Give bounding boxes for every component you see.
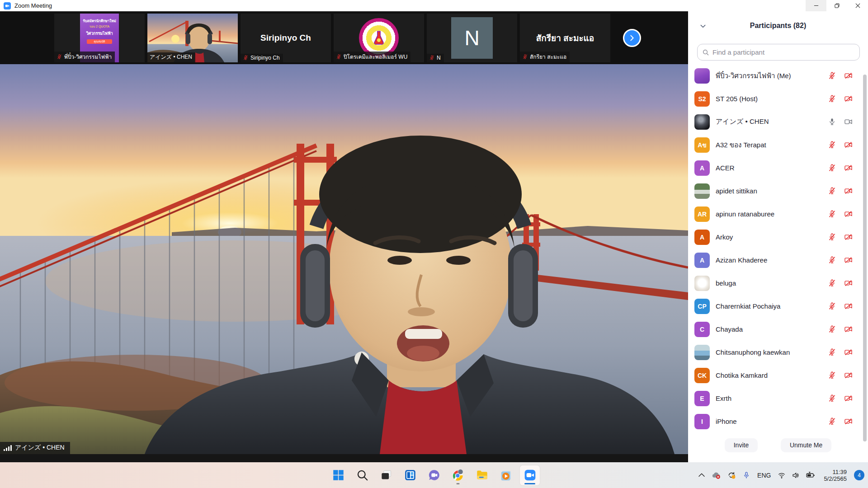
widgets-taskbar-button[interactable] bbox=[400, 465, 420, 485]
video-off-icon bbox=[844, 141, 853, 149]
video-off-icon bbox=[844, 417, 853, 426]
initial-tile: N bbox=[451, 17, 493, 59]
video-thumbnail[interactable]: รับสมัครนักศึกษาใหม่รอบ 2 QUOTAวิศวกรรมไ… bbox=[54, 14, 145, 62]
mediaplayer-taskbar-button[interactable] bbox=[496, 465, 516, 485]
thumbnail-name-label: アインズ • CHEN bbox=[147, 52, 195, 62]
participant-name: ST 205 (Host) bbox=[716, 95, 822, 103]
unmute-me-button[interactable]: Unmute Me bbox=[781, 438, 831, 452]
participant-name: Exrth bbox=[716, 394, 822, 402]
avatar: A bbox=[694, 253, 710, 268]
video-thumbnail[interactable]: NN bbox=[427, 14, 517, 62]
start-taskbar-button[interactable] bbox=[328, 465, 348, 485]
search-input[interactable] bbox=[712, 48, 855, 56]
thumbnail-name-label: พี่ปิ๋ว-วิศวกรรมไฟฟ้า bbox=[54, 52, 115, 62]
video-area: รับสมัครนักศึกษาใหม่รอบ 2 QUOTAวิศวกรรมไ… bbox=[0, 11, 688, 462]
participant-row[interactable]: AขA32 ของ Terapat bbox=[688, 133, 868, 156]
video-off-icon bbox=[844, 325, 853, 333]
video-thumbnail[interactable]: สักรียา สะมะแอสักรียา สะมะแอ bbox=[520, 14, 610, 62]
video-on-icon bbox=[844, 117, 853, 126]
avatar: I bbox=[694, 414, 710, 429]
participant-name: iPhone bbox=[716, 418, 822, 425]
muted-mic-icon bbox=[429, 55, 435, 61]
participant-row[interactable]: CKChotika Kamkard bbox=[688, 364, 868, 387]
muted-mic-icon bbox=[243, 55, 249, 61]
video-off-icon bbox=[844, 279, 853, 287]
close-button[interactable] bbox=[847, 0, 868, 11]
video-off-icon bbox=[844, 164, 853, 172]
avatar: C bbox=[694, 322, 710, 337]
participant-row[interactable]: CPCharernkiat Pochaiya bbox=[688, 295, 868, 318]
participant-row[interactable]: Chitsanuphong kaewkan bbox=[688, 341, 868, 364]
search-icon bbox=[702, 49, 709, 56]
tray-chevron-up-icon[interactable] bbox=[698, 471, 706, 479]
avatar bbox=[694, 114, 710, 130]
participant-row[interactable]: CChayada bbox=[688, 318, 868, 341]
avatar: Aข bbox=[694, 137, 710, 153]
participant-row[interactable]: beluga bbox=[688, 272, 868, 295]
tray-date: 5/2/2565 bbox=[824, 475, 847, 482]
explorer-taskbar-button[interactable] bbox=[472, 465, 492, 485]
search-wrap bbox=[688, 40, 868, 63]
participant-row[interactable]: พี่ปิ๋ว-วิศวกรรมไฟฟ้า (Me) bbox=[688, 64, 868, 87]
teams-chat-icon bbox=[428, 469, 440, 481]
participant-row[interactable]: IiPhone bbox=[688, 410, 868, 433]
wifi-icon[interactable] bbox=[778, 471, 786, 479]
video-thumbnail[interactable]: アインズ • CHEN bbox=[147, 14, 238, 62]
avatar: CK bbox=[694, 368, 710, 383]
collapse-panel-chevron-icon[interactable] bbox=[700, 23, 706, 29]
media-player-icon bbox=[500, 469, 512, 481]
muted-mic-icon bbox=[522, 54, 528, 60]
avatar: A bbox=[694, 160, 710, 176]
participant-name: Chotika Kamkard bbox=[716, 371, 822, 379]
participant-row[interactable]: アインズ • CHEN bbox=[688, 110, 868, 133]
chevron-right-icon bbox=[628, 34, 636, 42]
video-thumbnail[interactable]: ปิโตรเคมีและพอลิเมอร์ WU bbox=[334, 14, 424, 62]
restore-button[interactable] bbox=[826, 0, 847, 11]
thumbnail-name-label: สักรียา สะมะแอ bbox=[520, 52, 570, 62]
participant-name: アインズ • CHEN bbox=[716, 117, 822, 126]
chrome-taskbar-button[interactable] bbox=[448, 465, 468, 485]
video-off-icon bbox=[844, 233, 853, 241]
task-view-icon bbox=[380, 469, 392, 481]
muted-mic-icon bbox=[828, 348, 836, 357]
participant-name: apinun ratanaburee bbox=[716, 210, 822, 218]
participant-row[interactable]: apidet sittikan bbox=[688, 179, 868, 202]
participants-footer: Invite Unmute Me bbox=[688, 434, 868, 462]
sync-icon[interactable] bbox=[727, 470, 736, 480]
thumbnail-name-label: ปิโตรเคมีและพอลิเมอร์ WU bbox=[334, 52, 410, 62]
zoom-taskbar-button[interactable] bbox=[520, 465, 540, 485]
participant-row[interactable]: AArkoy bbox=[688, 225, 868, 249]
participant-row[interactable]: AACER bbox=[688, 156, 868, 179]
zoom-taskbar-icon bbox=[524, 469, 536, 481]
onedrive-offline-icon[interactable] bbox=[712, 470, 721, 480]
chrome-icon bbox=[452, 469, 464, 481]
participant-row[interactable]: AAzizan Khaderee bbox=[688, 249, 868, 272]
clock[interactable]: 11:39 5/2/2565 bbox=[821, 469, 847, 482]
search-taskbar-button[interactable] bbox=[352, 465, 372, 485]
notification-count-badge[interactable]: 4 bbox=[854, 470, 864, 480]
participant-row[interactable]: S2ST 205 (Host) bbox=[688, 87, 868, 110]
invite-button[interactable]: Invite bbox=[725, 438, 758, 452]
find-participant-searchbox[interactable] bbox=[697, 44, 860, 61]
microphone-tray-icon[interactable] bbox=[742, 471, 750, 479]
video-off-icon bbox=[844, 210, 853, 218]
chat-taskbar-button[interactable] bbox=[424, 465, 444, 485]
participant-name: beluga bbox=[716, 279, 822, 287]
video-thumbnail[interactable]: Siripinyo ChSiripinyo Ch bbox=[241, 14, 331, 62]
taskbar-center-apps bbox=[328, 462, 540, 488]
participant-row[interactable]: EExrth bbox=[688, 387, 868, 410]
windows-start-icon bbox=[332, 469, 344, 481]
battery-icon[interactable] bbox=[806, 470, 815, 480]
minimize-button[interactable] bbox=[806, 0, 826, 11]
participant-row[interactable]: ARapinun ratanaburee bbox=[688, 202, 868, 225]
muted-mic-icon bbox=[57, 54, 62, 60]
next-page-button[interactable] bbox=[623, 29, 641, 47]
avatar: A bbox=[694, 230, 710, 245]
muted-mic-icon bbox=[336, 54, 342, 60]
volume-icon[interactable] bbox=[792, 471, 800, 479]
zoom-app-icon bbox=[4, 2, 11, 9]
language-indicator[interactable]: ENG bbox=[756, 472, 772, 479]
participants-scrollbar[interactable] bbox=[863, 75, 867, 441]
taskview-taskbar-button[interactable] bbox=[376, 465, 396, 485]
video-off-icon bbox=[844, 256, 853, 264]
